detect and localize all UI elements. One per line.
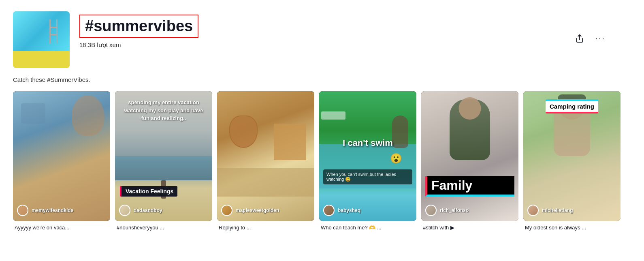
caption-2: #nourisheveryyou ... xyxy=(115,221,212,233)
username-1: memywifeandkids xyxy=(32,208,73,213)
username-6: michelletiang xyxy=(542,208,573,213)
icantswim-badge: I can't swim xyxy=(343,138,393,148)
header-info: #summervibes 18.3B lượt xem xyxy=(79,11,564,49)
pool-image xyxy=(13,11,70,68)
video-thumb-3[interactable]: maplesweetgolden xyxy=(217,91,314,221)
view-count: 18.3B lượt xem xyxy=(79,41,564,49)
hashtag-title: #summervibes xyxy=(79,15,198,38)
video-card-1[interactable]: memywifeandkids Ayyyyy we're on vaca... xyxy=(13,91,110,233)
user-info-2: dadaandboy xyxy=(119,205,162,216)
video-card-3[interactable]: maplesweetgolden Replying to ... xyxy=(217,91,314,233)
video-thumb-5[interactable]: Family rich_alfonso xyxy=(421,91,518,221)
video-thumb-1[interactable]: memywifeandkids xyxy=(13,91,110,221)
user-info-5: rich_alfonso xyxy=(425,205,469,216)
share-icon xyxy=(575,34,584,43)
avatar-5 xyxy=(425,205,437,216)
avatar-img-3 xyxy=(222,205,232,215)
video-card-2[interactable]: spending my entire vacation watching my … xyxy=(115,91,212,233)
username-2: dadaandboy xyxy=(134,208,162,213)
dog2-decor xyxy=(274,124,306,160)
pool-bottom xyxy=(13,51,70,68)
caption-3: Replying to ... xyxy=(217,221,314,233)
avatar-img-4 xyxy=(324,205,334,215)
user-info-3: maplesweetgolden xyxy=(221,205,279,216)
table-decor xyxy=(217,168,314,197)
vacation-badge: Vacation Feelings xyxy=(120,186,177,197)
user-info-4: babysheq xyxy=(323,205,360,216)
avatar-2 xyxy=(119,205,130,216)
caption-1: Ayyyyy we're on vaca... xyxy=(13,221,110,233)
avatar-6 xyxy=(527,205,539,216)
avatar-1 xyxy=(17,205,28,216)
more-icon: ··· xyxy=(595,33,605,44)
more-button[interactable]: ··· xyxy=(594,32,607,45)
video-card-5[interactable]: Family rich_alfonso #stitch with ▶ xyxy=(421,91,518,233)
pool-water xyxy=(13,11,70,51)
sea-decor xyxy=(115,156,212,180)
user-info-6: michelletiang xyxy=(527,205,573,216)
avatar-4 xyxy=(323,205,335,216)
username-3: maplesweetgolden xyxy=(236,208,279,213)
card3-background xyxy=(217,91,314,221)
emoji-surprised: 😮 xyxy=(390,153,402,164)
caption-4: Who can teach me? 🫶 ... xyxy=(319,221,416,233)
share-button[interactable] xyxy=(574,32,586,45)
videos-grid: memywifeandkids Ayyyyy we're on vaca... … xyxy=(0,91,644,243)
card6-background: Camping rating xyxy=(523,91,621,221)
header-actions: ··· xyxy=(574,11,631,45)
header-section: #summervibes 18.3B lượt xem ··· xyxy=(0,0,644,75)
beach-overlay-text: spending my entire vacation watching my … xyxy=(122,98,205,122)
caption-6: My oldest son is always ... xyxy=(523,221,621,233)
hashtag-thumbnail xyxy=(13,11,70,68)
video-thumb-2[interactable]: spending my entire vacation watching my … xyxy=(115,91,212,221)
camping-badge: Camping rating xyxy=(546,99,598,113)
seat-decor xyxy=(21,103,45,124)
family-badge: Family xyxy=(425,176,514,197)
avatar-3 xyxy=(221,205,232,216)
video-thumb-6[interactable]: Camping rating michelletiang xyxy=(523,91,621,221)
user-info-1: memywifeandkids xyxy=(17,205,73,216)
card1-background xyxy=(13,91,110,221)
video-card-6[interactable]: Camping rating michelletiang My oldest s… xyxy=(523,91,621,233)
card5-background: Family xyxy=(421,91,518,221)
person-decor xyxy=(72,95,104,136)
chair-decor xyxy=(321,111,345,120)
description-text: Catch these #SummerVibes. xyxy=(13,76,90,83)
pool-ladder-icon xyxy=(49,19,58,44)
card2-background: spending my entire vacation watching my … xyxy=(115,91,212,221)
video-card-4[interactable]: 😮 I can't swim When you can't swim,but t… xyxy=(319,91,416,233)
avatar-img-1 xyxy=(18,205,28,215)
username-4: babysheq xyxy=(338,208,360,213)
dog-decor xyxy=(229,116,258,148)
avatar-img-5 xyxy=(426,205,436,215)
description-section: Catch these #SummerVibes. xyxy=(0,75,644,91)
username-5: rich_alfonso xyxy=(440,208,469,213)
person-pool xyxy=(392,116,408,148)
avatar-img-2 xyxy=(120,205,130,215)
card4-background: 😮 I can't swim When you can't swim,but t… xyxy=(319,91,416,221)
caption-5: #stitch with ▶ xyxy=(421,221,518,233)
video-thumb-4[interactable]: 😮 I can't swim When you can't swim,but t… xyxy=(319,91,416,221)
ladies-badge: When you can't swim,but the ladies watch… xyxy=(323,169,412,184)
avatar-img-6 xyxy=(528,205,538,215)
head-decor xyxy=(459,97,481,120)
